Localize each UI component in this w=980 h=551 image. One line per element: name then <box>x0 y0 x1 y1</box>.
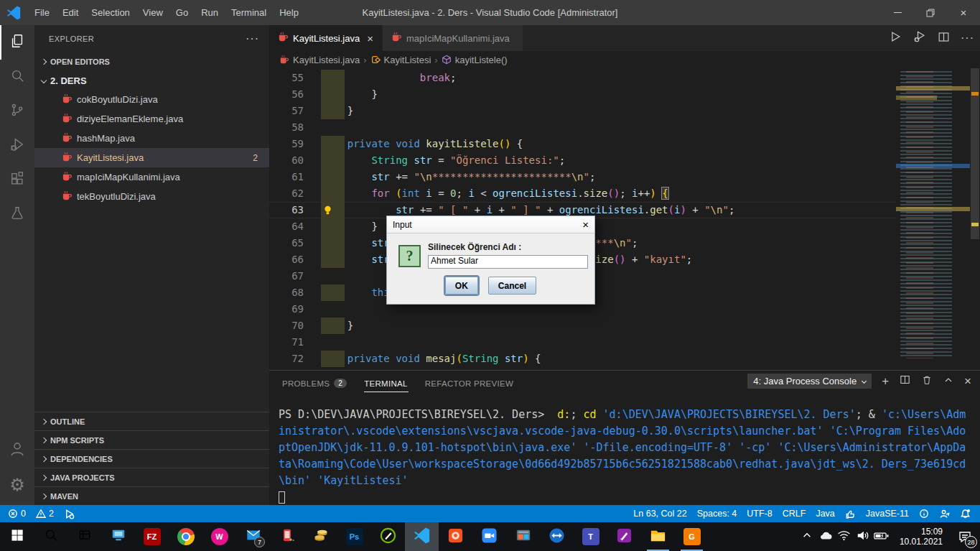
taskbar-filezilla[interactable]: FZ <box>135 522 169 551</box>
taskbar-teamviewer[interactable] <box>540 522 574 551</box>
status-item-spaces-4[interactable]: Spaces: 4 <box>692 505 742 522</box>
panel-tab-terminal[interactable]: TERMINAL <box>364 371 408 396</box>
minimize-button[interactable] <box>881 0 914 25</box>
status-item-2[interactable]: 2 <box>31 505 59 522</box>
status-item-javase-11[interactable]: JavaSE-11 <box>861 505 914 522</box>
panel-tab-refactor-preview[interactable]: REFACTOR PREVIEW <box>425 371 513 396</box>
section-java-projects[interactable]: JAVA PROJECTS <box>34 468 269 486</box>
code-editor[interactable]: 55 break;56 }57 }5859 private void kayit… <box>269 68 980 370</box>
activity-run-and-debug[interactable] <box>0 129 34 163</box>
dialog-title-bar[interactable]: Input × <box>387 216 594 233</box>
status-item[interactable] <box>59 505 80 522</box>
status-item[interactable] <box>914 505 934 522</box>
tray-tray-expand[interactable] <box>798 522 816 551</box>
student-name-input[interactable]: Ahmet Sular <box>428 255 588 269</box>
breadcrumb-method[interactable]: kayitListele() <box>455 55 508 65</box>
action-center-button[interactable]: 28 <box>950 522 980 551</box>
file-item-mapIciMapKullanimi.java[interactable]: mapIciMapKullanimi.java <box>34 167 269 187</box>
more-actions-icon[interactable]: ··· <box>246 32 259 45</box>
file-item-diziyeElemanEkleme.java[interactable]: diziyeElemanEkleme.java <box>34 109 269 129</box>
menu-item-run[interactable]: Run <box>195 0 225 25</box>
taskbar-zoom[interactable] <box>472 522 506 551</box>
folder-2-ders[interactable]: 2. DERS <box>34 71 269 90</box>
activity-testing[interactable] <box>0 198 34 232</box>
taskbar-clock[interactable]: 15:09 10.01.2021 <box>891 527 950 547</box>
taskbar-gom-pdf[interactable]: G <box>675 522 709 551</box>
tray-power[interactable] <box>872 522 891 551</box>
panel-tab-problems[interactable]: PROBLEMS2 <box>282 371 347 396</box>
menu-item-help[interactable]: Help <box>273 0 305 25</box>
activity-accounts[interactable] <box>0 433 34 468</box>
tray-onedrive[interactable] <box>816 522 835 551</box>
close-button[interactable]: × <box>947 0 980 25</box>
restore-button[interactable] <box>914 0 947 25</box>
tab-KayitListesi.java[interactable]: KayitListesi.java× <box>269 25 382 51</box>
status-item-java[interactable]: Java <box>811 505 839 522</box>
taskbar-photoshop[interactable]: Ps <box>337 522 371 551</box>
menu-item-terminal[interactable]: Terminal <box>225 0 273 25</box>
section-outline[interactable]: OUTLINE <box>34 412 269 430</box>
taskbar-mail[interactable]: 7 <box>236 522 270 551</box>
terminal-output[interactable]: PS D:\DEV\JAVA\PROJECTS\BIREYSEL\2. Ders… <box>279 407 977 505</box>
tray-volume[interactable] <box>854 522 872 551</box>
section-maven[interactable]: MAVEN <box>34 486 269 505</box>
status-item[interactable] <box>840 505 861 522</box>
taskbar-pen-ring-app[interactable] <box>371 522 405 551</box>
taskbar-phone-app[interactable] <box>270 522 304 551</box>
new-terminal-button[interactable]: + <box>882 375 889 387</box>
split-terminal-button[interactable] <box>899 374 911 389</box>
status-item-0[interactable]: 0 <box>3 505 31 522</box>
section-dependencies[interactable]: DEPENDENCIES <box>34 449 269 468</box>
editor-scrollbar[interactable] <box>970 68 980 370</box>
taskbar-wampserver[interactable]: W <box>202 522 236 551</box>
status-item[interactable] <box>934 505 955 522</box>
taskbar-chrome[interactable] <box>169 522 202 551</box>
taskbar-vscode[interactable] <box>405 522 439 551</box>
close-panel-button[interactable]: × <box>964 375 971 387</box>
menu-item-go[interactable]: Go <box>169 0 195 25</box>
dialog-close-icon[interactable]: × <box>582 218 589 231</box>
status-item-utf-8[interactable]: UTF-8 <box>742 505 777 522</box>
activity-search[interactable] <box>0 60 34 94</box>
minimap[interactable] <box>896 68 970 370</box>
tray-network[interactable] <box>835 522 854 551</box>
ok-button[interactable]: OK <box>445 277 478 295</box>
cancel-button[interactable]: Cancel <box>488 277 536 295</box>
taskbar-teams[interactable]: T <box>574 522 607 551</box>
terminal-picker[interactable]: 4: Java Process Console <box>747 374 872 389</box>
taskbar-my-computer[interactable] <box>101 522 135 551</box>
section-npm-scripts[interactable]: NPM SCRIPTS <box>34 430 269 449</box>
file-item-cokBoyutluDizi.java[interactable]: cokBoyutluDizi.java <box>34 90 269 109</box>
open-editors-section[interactable]: OPEN EDITORS <box>34 52 269 71</box>
editor-more-actions-icon[interactable]: ··· <box>961 32 974 45</box>
activity-explorer[interactable] <box>0 25 34 60</box>
taskbar-vmware[interactable] <box>506 522 540 551</box>
taskbar-start-button[interactable] <box>0 522 34 551</box>
taskbar-task-view[interactable] <box>67 522 101 551</box>
split-editor-button[interactable] <box>937 30 951 47</box>
menu-item-view[interactable]: View <box>136 0 169 25</box>
breadcrumb-file[interactable]: KayitListesi.java <box>293 55 360 65</box>
status-item-ln-63-col-22[interactable]: Ln 63, Col 22 <box>628 505 691 522</box>
activity-manage[interactable]: ⚙ <box>0 468 34 502</box>
file-item-KayitListesi.java[interactable]: KayitListesi.java2 <box>34 148 269 167</box>
menu-item-selection[interactable]: Selection <box>85 0 136 25</box>
taskbar-file-explorer[interactable] <box>641 522 675 551</box>
tab-mapIciMapKullanimi.java[interactable]: mapIciMapKullanimi.java <box>383 25 523 51</box>
status-item[interactable] <box>955 505 976 522</box>
kill-terminal-button[interactable] <box>921 374 933 389</box>
maximize-panel-button[interactable] <box>943 374 954 389</box>
menu-item-edit[interactable]: Edit <box>56 0 85 25</box>
status-item-crlf[interactable]: CRLF <box>778 505 811 522</box>
taskbar-screenshot-tool[interactable] <box>439 522 472 551</box>
taskbar-taskbar-search[interactable] <box>34 522 67 551</box>
tab-close-icon[interactable]: × <box>367 32 373 45</box>
debug-button[interactable] <box>913 29 927 47</box>
file-item-hashMap.java[interactable]: hashMap.java <box>34 129 269 148</box>
taskbar-purple-pen-app[interactable] <box>607 522 641 551</box>
menu-item-file[interactable]: File <box>28 0 56 25</box>
file-item-tekBoyutluDizi.java[interactable]: tekBoyutluDizi.java <box>34 187 269 206</box>
run-button[interactable] <box>888 29 902 47</box>
activity-source-control[interactable] <box>0 94 34 129</box>
activity-extensions[interactable] <box>0 163 34 198</box>
